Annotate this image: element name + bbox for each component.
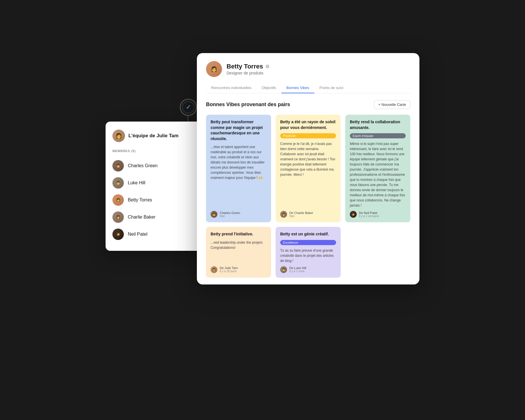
card-body: Comme je te l'ai dit, je n'avais pas bie… — [280, 141, 336, 177]
card-footer: 👩 De Charlie Baker Hier — [280, 211, 336, 218]
sender-avatar: 👨 — [211, 211, 217, 218]
sender-info: De Neil Patel Il y a 1 semaine — [359, 211, 379, 218]
sender-name: De Charlie Baker — [289, 211, 313, 215]
vibe-card-3: Betty rend la collaboration amusante. Es… — [345, 115, 410, 222]
member-name-charlie: Charlie Baker — [128, 215, 156, 220]
profile-info: 👩 Betty Torres ⚙ Designer de produits — [206, 61, 410, 77]
member-avatar-luke: 👨 — [112, 177, 124, 189]
member-avatar-betty: 👩 — [112, 194, 124, 206]
card-title: Betty a été un rayon de soleil pour vous… — [280, 119, 336, 130]
tab-points-suivi[interactable]: Points de suivi — [314, 83, 349, 93]
avatar: 👩 — [206, 61, 222, 77]
tab-rencontres[interactable]: Rencontres individuelles — [206, 83, 257, 93]
list-item[interactable]: 👩 Betty Torres — [112, 191, 210, 209]
card-title: Betty est un génie créatif. — [280, 231, 336, 237]
member-name-betty: Betty Torres — [128, 197, 152, 203]
list-item[interactable]: 🧔 Neil Patel — [112, 226, 210, 243]
card-footer: 👩 De Julie Tam Il y a 16 jours — [211, 266, 266, 273]
section-header: Bonnes Vibes provenant des pairs + Nouve… — [206, 100, 410, 109]
avatar-emoji: 👩 — [116, 133, 122, 139]
sender-name: De Julie Tam — [220, 266, 238, 270]
member-name-neil: Neil Patel — [128, 232, 147, 237]
member-name-charles: Charles Green — [128, 163, 158, 168]
card-tag-positivite: Positivité — [280, 133, 336, 138]
gear-icon[interactable]: ⚙ — [265, 64, 269, 69]
sender-info: De Julie Tam Il y a 16 jours — [220, 266, 238, 273]
sender-info: Charles Green Hier — [220, 211, 240, 218]
profile-header: 👩 Betty Torres ⚙ Designer de produits Re… — [197, 53, 419, 93]
vibe-card-1: Betty peut transformer comme par magie u… — [206, 115, 271, 222]
check-circle: ✓ — [180, 99, 197, 116]
sender-avatar: 👨 — [280, 266, 287, 273]
sender-info: De Charlie Baker Hier — [289, 211, 313, 218]
send-time: Hier — [220, 215, 240, 218]
team-avatar: 👩 — [112, 130, 125, 142]
new-card-button[interactable]: + Nouvelle Carte — [374, 100, 410, 109]
profile-role: Designer de produits — [227, 71, 269, 75]
members-label: MEMBRES (5) + — [112, 148, 210, 154]
card-tag-esprit: Esprit d'équipe — [350, 133, 406, 138]
profile-name: Betty Torres ⚙ — [227, 63, 269, 70]
card-title: Betty rend la collaboration amusante. — [350, 119, 406, 130]
list-item[interactable]: 👩 Charlie Baker — [112, 209, 210, 226]
member-avatar-charles: 👨 — [112, 160, 124, 171]
vibe-card-4: Betty prend l'initiative. ...ved leaders… — [206, 227, 271, 278]
send-time: Hier — [289, 215, 313, 218]
sender-name: Charles Green — [220, 211, 240, 215]
sender-info: De Luke Hill Il y a 1 mois — [289, 266, 306, 273]
sender-avatar: 👩 — [211, 266, 217, 273]
card-title: Betty prend l'initiative. — [211, 231, 266, 237]
check-icon: ✓ — [186, 104, 191, 111]
send-time: Il y a 16 jours — [220, 270, 238, 273]
tab-bar: Rencontres individuelles Objectifs Bonne… — [206, 83, 410, 93]
card-title: Betty peut transformer comme par magie u… — [211, 119, 266, 142]
team-title: L'équipe de Julie Tam — [128, 133, 179, 139]
card-footer: 🧔 De Neil Patel Il y a 1 semaine — [350, 211, 406, 218]
sender-name: De Neil Patel — [359, 211, 379, 215]
member-avatar-neil: 🧔 — [112, 229, 124, 240]
card-footer: 👨 De Luke Hill Il y a 1 mois — [280, 266, 336, 273]
sender-name: De Luke Hill — [289, 266, 306, 270]
member-avatar-charlie: 👩 — [112, 211, 124, 223]
card-body: Tu as su faire preuve d'une grande créat… — [280, 248, 336, 263]
tab-objectifs[interactable]: Objectifs — [257, 83, 281, 93]
section-title: Bonnes Vibes provenant des pairs — [206, 102, 290, 108]
content-area: Bonnes Vibes provenant des pairs + Nouve… — [197, 93, 419, 284]
vibe-card-5: Betty est un génie créatif. Excellence T… — [276, 227, 341, 278]
vibe-card-2: Betty a été un rayon de soleil pour vous… — [276, 115, 341, 222]
main-panel: 👩 Betty Torres ⚙ Designer de produits Re… — [197, 53, 419, 284]
send-time: Il y a 1 mois — [289, 270, 306, 273]
list-item[interactable]: 👨 Charles Green — [112, 157, 210, 174]
card-tag-excellence: Excellence — [280, 240, 336, 245]
card-body: ...ved leadership under the project. Con… — [211, 240, 266, 250]
list-item[interactable]: 👨 Luke Hill — [112, 174, 210, 191]
cards-grid: Betty peut transformer comme par magie u… — [206, 115, 410, 278]
sender-avatar: 👩 — [280, 211, 287, 218]
send-time: Il y a 1 semaine — [359, 215, 379, 218]
card-body: ...rtise et talent apportent une nsidéra… — [211, 144, 266, 180]
card-body: Même si le sujet n'est pas super intéres… — [350, 141, 406, 208]
card-footer: 👨 Charles Green Hier — [211, 211, 266, 218]
team-header: 👩 L'équipe de Julie Tam — [112, 130, 210, 142]
tab-bonnes-vibes[interactable]: Bonnes Vibes — [281, 83, 314, 93]
member-name-luke: Luke Hill — [128, 180, 145, 185]
sender-avatar: 🧔 — [350, 211, 357, 218]
